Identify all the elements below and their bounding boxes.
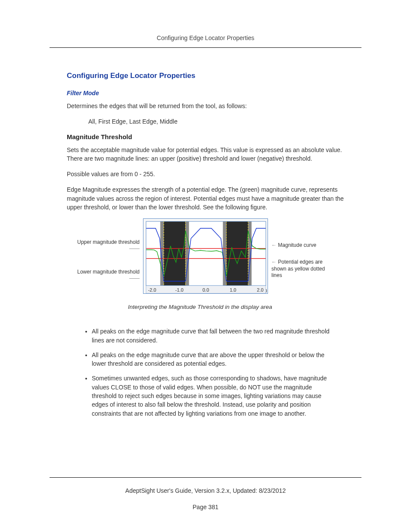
figure: Upper magnitude threshold —— Lower magni…: [67, 218, 344, 319]
list-item: All peaks on the edge magnitude curve th…: [92, 327, 336, 345]
magnitude-heading: Magnitude Threshold: [67, 133, 344, 140]
svg-text:-2.0: -2.0: [148, 287, 156, 292]
filter-mode-options: All, First Edge, Last Edge, Middle: [88, 117, 344, 126]
footer-page-number: Page 381: [0, 504, 411, 510]
magnitude-p1: Sets the acceptable magnitude value for …: [67, 146, 344, 163]
list-item: All peaks on the edge magnitude curve th…: [92, 351, 336, 368]
label-magnitude-curve: ← Magnitude curve: [271, 242, 336, 249]
svg-text:0.0: 0.0: [202, 287, 209, 292]
main-heading: Configuring Edge Locator Properties: [67, 72, 344, 80]
label-lower-threshold: Lower magnitude threshold ——: [75, 269, 140, 282]
svg-rect-4: [226, 221, 248, 286]
figure-caption: Interpreting the Magnitude Threshold in …: [128, 303, 283, 311]
magnitude-p3: Edge Magnitude expresses the strength of…: [67, 185, 344, 212]
svg-text:1.0: 1.0: [230, 287, 236, 292]
page-header-title: Configuring Edge Locator Properties: [50, 34, 361, 41]
magnitude-p2: Possible values are from 0 - 255.: [67, 170, 344, 178]
svg-text:-1.0: -1.0: [175, 287, 184, 292]
label-potential-edges: ← Potential edges are shown as yellow do…: [271, 259, 336, 279]
footer-rule: [50, 477, 361, 478]
bullet-list: All peaks on the edge magnitude curve th…: [84, 327, 336, 418]
list-item: Sometimes unwanted edges, such as those …: [92, 374, 336, 417]
svg-text:2.0: 2.0: [257, 287, 263, 292]
magnitude-chart: -2.0-1.00.01.02.0-2.0-1.00.01.02.0: [143, 218, 268, 294]
header-rule: [50, 47, 361, 48]
filter-mode-heading: Filter Mode: [67, 90, 344, 96]
filter-mode-desc: Determines the edges that will be return…: [67, 102, 344, 110]
footer-guide-info: AdeptSight User's Guide, Version 3.2.x, …: [0, 487, 411, 494]
figure-left-labels: Upper magnitude threshold —— Lower magni…: [75, 218, 140, 294]
figure-right-labels: ← Magnitude curve ← Potential edges are …: [271, 218, 336, 294]
label-upper-threshold: Upper magnitude threshold ——: [75, 239, 140, 252]
page-footer: AdeptSight User's Guide, Version 3.2.x, …: [0, 477, 411, 510]
